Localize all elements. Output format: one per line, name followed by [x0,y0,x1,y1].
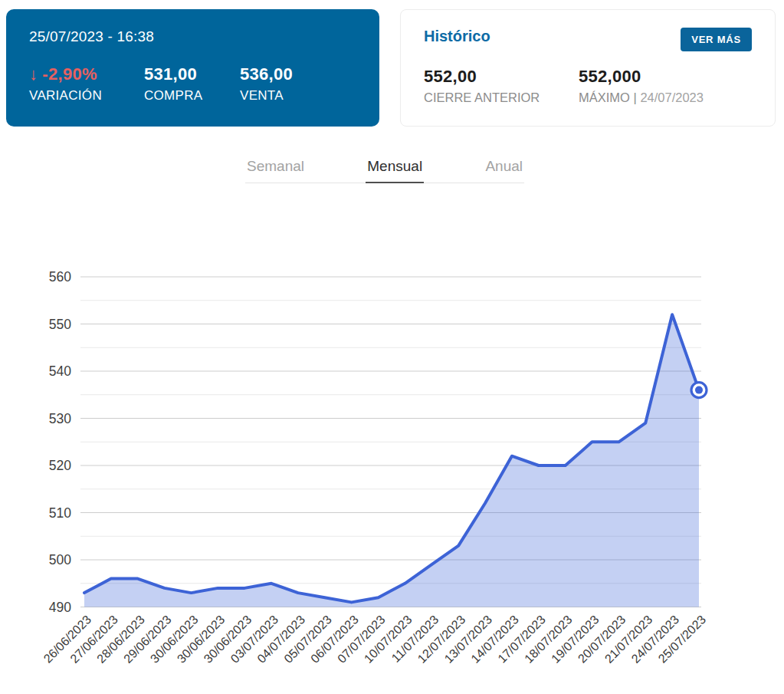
variation-value: ↓-2,90% [29,64,144,84]
compra-label: COMPRA [144,88,240,104]
variation-label: VARIACIÓN [29,88,144,104]
tab-semanal[interactable]: Semanal [245,158,306,183]
quote-card: 25/07/2023 - 16:38 ↓-2,90% VARIACIÓN 531… [6,9,379,127]
maximo-stat: 552,000 MÁXIMO | 24/07/2023 [579,67,733,105]
historico-header: Histórico VER MÁS [424,28,752,51]
historico-stats-row: 552,00 CIERRE ANTERIOR 552,000 MÁXIMO | … [424,67,752,105]
historico-card: Histórico VER MÁS 552,00 CIERRE ANTERIOR… [400,9,776,127]
area-chart-svg[interactable]: 49050051052053054055056026/06/202327/06/… [0,249,784,694]
maximo-label: MÁXIMO | 24/07/2023 [579,90,733,105]
quote-datetime: 25/07/2023 - 16:38 [29,28,356,45]
historico-title: Histórico [424,28,490,45]
last-point-marker-dot [695,386,703,394]
variation-stat: ↓-2,90% VARIACIÓN [29,64,144,104]
y-tick-label: 560 [49,269,71,285]
y-tick-label: 520 [49,458,71,473]
y-tick-label: 550 [49,317,71,332]
tab-anual[interactable]: Anual [484,158,524,183]
ver-mas-button[interactable]: VER MÁS [681,28,752,51]
compra-stat: 531,00 COMPRA [144,64,240,104]
down-arrow-icon: ↓ [29,64,38,84]
quote-stats-row: ↓-2,90% VARIACIÓN 531,00 COMPRA 536,00 V… [29,64,356,104]
maximo-value: 552,000 [579,67,733,87]
y-axis-labels: 490500510520530540550560 [49,269,71,615]
venta-stat: 536,00 VENTA [240,64,355,104]
variation-percent: -2,90% [42,64,97,84]
y-tick-label: 540 [49,363,71,379]
area-fill [84,314,699,607]
venta-label: VENTA [240,88,355,104]
y-tick-label: 530 [49,411,71,426]
maximo-label-text: MÁXIMO | [579,90,637,104]
venta-value: 536,00 [240,64,355,84]
cierre-anterior-value: 552,00 [424,67,579,87]
y-tick-label: 510 [49,505,71,521]
cierre-anterior-stat: 552,00 CIERRE ANTERIOR [424,67,579,105]
cierre-anterior-label: CIERRE ANTERIOR [424,90,579,105]
maximo-date: 24/07/2023 [640,90,704,104]
y-tick-label: 500 [49,552,71,567]
compra-value: 531,00 [144,64,240,84]
exchange-rate-chart[interactable]: 49050051052053054055056026/06/202327/06/… [0,249,784,694]
tab-mensual[interactable]: Mensual [366,158,424,183]
x-axis-labels: 26/06/202327/06/202328/06/202329/06/2023… [41,613,708,666]
period-tabs: Semanal Mensual Anual [245,158,524,183]
y-tick-label: 490 [49,600,71,615]
